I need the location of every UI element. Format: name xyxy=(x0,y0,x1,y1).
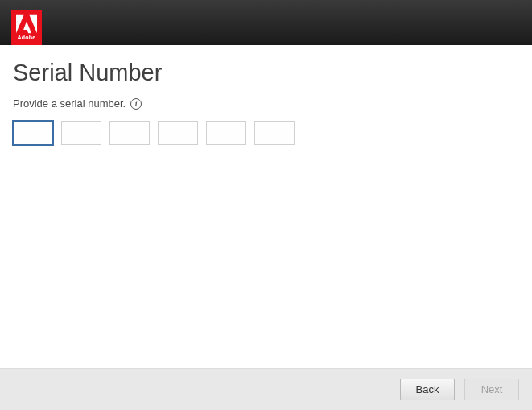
adobe-logo-text: Adobe xyxy=(18,35,36,40)
next-button[interactable]: Next xyxy=(464,379,519,400)
serial-field-5[interactable] xyxy=(206,121,246,145)
serial-field-3[interactable] xyxy=(109,121,150,145)
serial-field-1[interactable] xyxy=(12,120,54,146)
serial-input-group xyxy=(13,121,519,145)
serial-field-4[interactable] xyxy=(158,121,198,145)
serial-field-2[interactable] xyxy=(61,121,101,145)
back-button[interactable]: Back xyxy=(400,379,455,400)
adobe-logo: Adobe xyxy=(11,10,42,45)
footer-bar: Back Next xyxy=(0,368,532,410)
content-area: Serial Number Provide a serial number. i xyxy=(0,45,532,368)
window-header: Adobe xyxy=(0,0,532,45)
info-icon[interactable]: i xyxy=(130,98,142,110)
instruction-text: Provide a serial number. xyxy=(13,97,126,110)
instruction-row: Provide a serial number. i xyxy=(13,97,519,110)
adobe-a-icon xyxy=(16,14,37,34)
serial-field-6[interactable] xyxy=(254,121,295,145)
page-title: Serial Number xyxy=(13,60,519,86)
